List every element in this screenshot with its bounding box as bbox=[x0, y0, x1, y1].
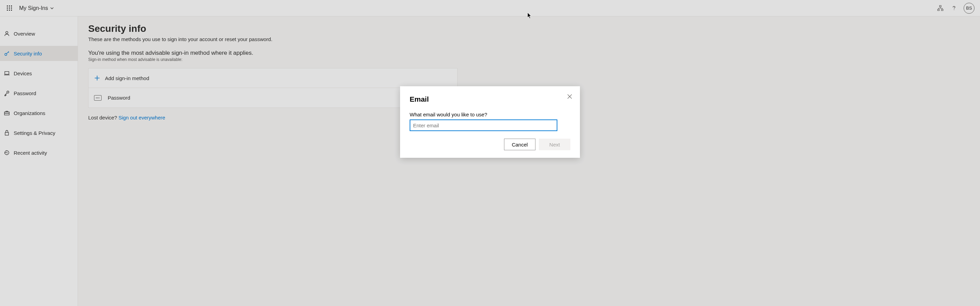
email-input[interactable] bbox=[410, 120, 557, 131]
modal-overlay: Email What email would you like to use? … bbox=[0, 0, 980, 306]
cancel-button[interactable]: Cancel bbox=[504, 139, 536, 150]
dialog-prompt: What email would you like to use? bbox=[410, 112, 570, 117]
close-icon[interactable] bbox=[564, 91, 575, 102]
next-button: Next bbox=[539, 139, 570, 150]
dialog-title: Email bbox=[410, 95, 570, 104]
email-dialog: Email What email would you like to use? … bbox=[400, 86, 580, 158]
